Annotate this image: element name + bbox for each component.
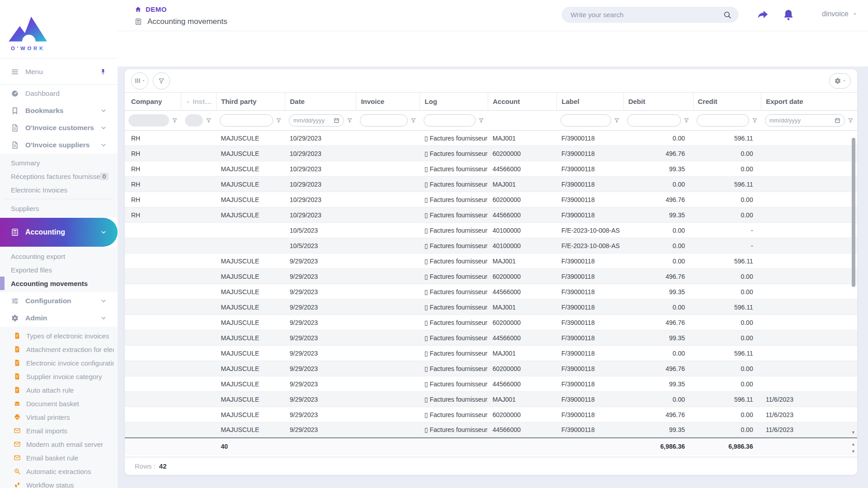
col-header-credit[interactable]: Credit [693,93,761,111]
sidebar-menu-toggle[interactable]: Menu [0,59,118,85]
filter-date-input[interactable] [293,117,332,124]
search-icon[interactable] [723,11,731,19]
filter-funnel-icon[interactable] [848,117,854,123]
sidebar-item-workflow-status[interactable]: Workflow status [0,478,118,488]
filter-funnel-icon[interactable] [752,117,758,123]
filter-button[interactable] [153,72,170,89]
sidebar-item-suppliers[interactable]: Suppliers [0,202,118,215]
sidebar-item-supplier-invoice-category[interactable]: Supplier invoice category [0,370,118,383]
grid-settings-button[interactable] [829,73,851,89]
table-row[interactable]: RH MAJUSCULE 10/29/2023 ▯ Factures fourn… [125,207,857,223]
sidebar-item-admin[interactable]: Admin [0,310,118,327]
sidebar-item-electronic-invoices[interactable]: Electronic Invoices [0,183,118,197]
table-row[interactable]: MAJUSCULE 9/29/2023 ▯ Factures fournisse… [125,407,857,422]
sidebar-item-exported-files[interactable]: Exported files [0,263,118,277]
calendar-icon[interactable] [835,117,840,123]
sidebar-item-attachment-extraction[interactable]: Attachment extraction for electron [0,343,118,356]
filter-label-input[interactable] [565,117,607,124]
table-row[interactable]: RH MAJUSCULE 10/29/2023 ▯ Factures fourn… [125,146,857,161]
sidebar-item-summary[interactable]: Summary [0,156,118,169]
bell-icon[interactable] [782,9,795,21]
sidebar-item-bookmarks[interactable]: Bookmarks [0,102,118,119]
filter-invoice-input[interactable] [364,117,403,124]
table-row[interactable]: MAJUSCULE 9/29/2023 ▯ Factures fournisse… [125,422,857,438]
table-row[interactable]: MAJUSCULE 9/29/2023 ▯ Factures fournisse… [125,330,857,346]
sidebar-item-email-basket-rule[interactable]: Email basket rule [0,451,118,465]
table-row[interactable]: MAJUSCULE 9/29/2023 ▯ Factures fournisse… [125,300,857,315]
col-header-invoice[interactable]: Invoice [356,93,420,111]
filter-funnel-icon[interactable] [684,117,689,123]
sidebar-item-email-imports[interactable]: Email imports [0,424,118,437]
filter-credit-input[interactable] [701,117,745,124]
cell-third-party: MAJUSCULE [216,253,285,269]
filter-funnel-icon[interactable] [478,117,484,123]
sidebar-item-modern-auth-email-server[interactable]: Modern auth email server [0,437,118,451]
sidebar-item-accounting-movements[interactable]: Accounting movements [0,277,118,290]
table-row[interactable]: RH MAJUSCULE 10/29/2023 ▯ Factures fourn… [125,177,857,192]
col-header-third-party[interactable]: Third party [216,93,285,111]
filter-debit-input[interactable] [632,117,676,124]
col-header-institution[interactable]: Institu... [181,93,217,111]
table-row[interactable]: MAJUSCULE 9/29/2023 ▯ Factures fournisse… [125,376,857,392]
breadcrumb[interactable]: DEMO [135,5,167,13]
sidebar-item-types-electronic-invoices[interactable]: Types of electronic invoices [0,329,118,343]
scrollbar-thumb[interactable] [852,138,855,287]
col-header-label[interactable]: Label [557,93,623,111]
scroll-up-arrow[interactable]: ▲ [851,442,855,446]
cell-export-date [761,315,857,330]
col-header-company[interactable]: Company [125,93,181,111]
cell-company [125,422,181,438]
table-row[interactable]: RH MAJUSCULE 10/29/2023 ▯ Factures fourn… [125,192,857,207]
filter-funnel-icon[interactable] [206,117,212,123]
sidebar-item-electronic-invoice-configuration[interactable]: Electronic invoice configuration [0,356,118,370]
brand-logo[interactable]: O'WORK [0,0,118,59]
total-debit: 6,986.36 [623,438,693,455]
cell-export-date [761,253,857,269]
filter-export-date-input[interactable] [769,117,833,124]
filter-funnel-icon[interactable] [276,117,282,123]
scroll-down-arrow[interactable]: ▼ [851,450,855,454]
table-row[interactable]: RH MAJUSCULE 10/29/2023 ▯ Factures fourn… [125,161,857,177]
col-header-export-date[interactable]: Export date [761,93,857,111]
cell-account: 60200000 [488,315,557,330]
table-row[interactable]: MAJUSCULE 9/29/2023 ▯ Factures fournisse… [125,361,857,376]
calendar-icon[interactable] [334,117,340,123]
sidebar-item-accounting-export[interactable]: Accounting export [0,249,118,263]
search-input[interactable] [571,11,723,19]
sidebar-item-dashboard[interactable]: Dashboard [0,85,118,102]
table-row[interactable]: 10/5/2023 ▯ Factures fournisseurs 401000… [125,238,857,253]
sidebar-item-automatic-extractions[interactable]: Automatic extractions [0,465,118,478]
table-row[interactable]: MAJUSCULE 9/29/2023 ▯ Factures fournisse… [125,253,857,269]
filter-funnel-icon[interactable] [614,117,620,123]
col-header-debit[interactable]: Debit [623,93,693,111]
col-header-date[interactable]: Date [285,93,356,111]
pin-icon[interactable] [99,68,107,75]
expand-right-icon[interactable] [186,100,190,104]
share-icon[interactable] [756,8,769,22]
filter-funnel-icon[interactable] [410,117,416,123]
col-header-log[interactable]: Log [420,93,488,111]
user-menu[interactable]: dinvoice [822,10,858,18]
sidebar-item-virtual-printers[interactable]: Virtual printers [0,410,118,424]
table-row[interactable]: MAJUSCULE 9/29/2023 ▯ Factures fournisse… [125,284,857,300]
table-row[interactable]: MAJUSCULE 9/29/2023 ▯ Factures fournisse… [125,346,857,361]
sidebar-item-configuration[interactable]: Configuration [0,292,118,310]
table-row[interactable]: 10/5/2023 ▯ Factures fournisseurs 401000… [125,223,857,238]
sidebar-item-oinvoice-suppliers[interactable]: O'Invoice suppliers [0,136,118,154]
filter-third-party-input[interactable] [224,117,268,124]
sidebar-item-receptions-factures[interactable]: Réceptions factures fournisseurs 0 [0,169,118,183]
sidebar-item-document-basket[interactable]: Document basket [0,397,118,410]
table-row[interactable]: MAJUSCULE 9/29/2023 ▯ Factures fournisse… [125,315,857,330]
filter-funnel-icon[interactable] [347,117,353,123]
scroll-down-arrow[interactable]: ▼ [851,431,855,435]
filter-log-input[interactable] [428,117,472,124]
filter-funnel-icon[interactable] [172,117,178,123]
sidebar-item-oinvoice-customers[interactable]: O'Invoice customers [0,119,118,136]
columns-button[interactable] [131,72,148,89]
table-row[interactable]: MAJUSCULE 9/29/2023 ▯ Factures fournisse… [125,269,857,284]
col-header-account[interactable]: Account [488,93,557,111]
sidebar-item-accounting[interactable]: Accounting [0,218,118,247]
table-row[interactable]: MAJUSCULE 9/29/2023 ▯ Factures fournisse… [125,392,857,407]
sidebar-item-auto-attach-rule[interactable]: Auto attach rule [0,383,118,397]
table-row[interactable]: RH MAJUSCULE 10/29/2023 ▯ Factures fourn… [125,131,857,146]
